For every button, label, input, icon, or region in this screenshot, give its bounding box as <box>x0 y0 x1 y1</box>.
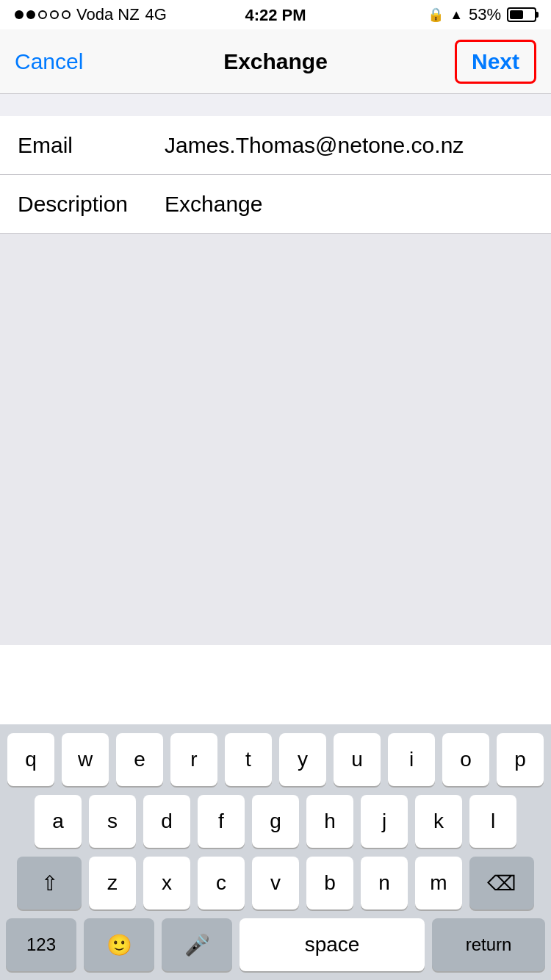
email-value: James.Thomas@netone.co.nz <box>165 133 533 158</box>
key-q[interactable]: q <box>7 733 54 786</box>
email-row[interactable]: Email James.Thomas@netone.co.nz <box>0 116 551 175</box>
key-i[interactable]: i <box>388 733 435 786</box>
key-s[interactable]: s <box>89 795 136 848</box>
status-time: 4:22 PM <box>245 6 306 25</box>
key-g[interactable]: g <box>252 795 299 848</box>
keyboard-row-4: 123 🙂 🎤 space return <box>6 918 545 971</box>
lock-icon: 🔒 <box>428 7 444 23</box>
key-p[interactable]: p <box>497 733 544 786</box>
battery-icon <box>507 7 536 22</box>
network-label: 4G <box>145 5 167 24</box>
keyboard: q w e r t y u i o p a s d f g h j k l ⇧ … <box>0 724 551 980</box>
key-d[interactable]: d <box>143 795 190 848</box>
shift-key[interactable]: ⇧ <box>17 857 82 909</box>
battery-fill <box>510 10 523 19</box>
description-row[interactable]: Description Exchange <box>0 175 551 234</box>
key-z[interactable]: z <box>89 857 136 909</box>
key-f[interactable]: f <box>198 795 245 848</box>
signal-dot-5 <box>62 10 71 19</box>
signal-dot-2 <box>26 10 35 19</box>
form-spacer <box>0 94 551 116</box>
form-section: Email James.Thomas@netone.co.nz Descript… <box>0 116 551 234</box>
key-e[interactable]: e <box>116 733 163 786</box>
signal-dots <box>15 10 71 19</box>
key-t[interactable]: t <box>225 733 272 786</box>
carrier-label: Voda NZ <box>76 5 140 24</box>
key-b[interactable]: b <box>306 857 353 909</box>
keyboard-row-1: q w e r t y u i o p <box>6 733 545 786</box>
key-y[interactable]: y <box>279 733 326 786</box>
space-key[interactable]: space <box>240 918 425 971</box>
key-c[interactable]: c <box>198 857 245 909</box>
emoji-key[interactable]: 🙂 <box>84 918 154 971</box>
description-label: Description <box>18 192 165 217</box>
status-right: 🔒 ▲ 53% <box>428 5 536 24</box>
key-k[interactable]: k <box>415 795 462 848</box>
keyboard-row-2: a s d f g h j k l <box>6 795 545 848</box>
location-icon: ▲ <box>450 7 463 23</box>
numbers-key[interactable]: 123 <box>6 918 76 971</box>
key-l[interactable]: l <box>469 795 516 848</box>
return-key[interactable]: return <box>432 918 545 971</box>
cancel-button[interactable]: Cancel <box>15 49 83 74</box>
mic-key[interactable]: 🎤 <box>162 918 232 971</box>
key-a[interactable]: a <box>35 795 82 848</box>
email-label: Email <box>18 133 165 158</box>
key-r[interactable]: r <box>170 733 217 786</box>
key-m[interactable]: m <box>415 857 462 909</box>
key-w[interactable]: w <box>62 733 109 786</box>
status-left: Voda NZ 4G <box>15 5 167 24</box>
page-title: Exchange <box>223 49 328 74</box>
key-v[interactable]: v <box>252 857 299 909</box>
nav-bar: Cancel Exchange Next <box>0 29 551 94</box>
battery-percentage: 53% <box>469 5 501 24</box>
key-x[interactable]: x <box>143 857 190 909</box>
key-o[interactable]: o <box>442 733 489 786</box>
signal-dot-3 <box>38 10 47 19</box>
description-value: Exchange <box>165 192 533 217</box>
keyboard-row-3: ⇧ z x c v b n m ⌫ <box>6 857 545 909</box>
key-h[interactable]: h <box>306 795 353 848</box>
status-bar: Voda NZ 4G 4:22 PM 🔒 ▲ 53% <box>0 0 551 29</box>
signal-dot-1 <box>15 10 24 19</box>
backspace-key[interactable]: ⌫ <box>469 857 534 909</box>
key-j[interactable]: j <box>361 795 408 848</box>
signal-dot-4 <box>50 10 59 19</box>
next-button[interactable]: Next <box>455 40 536 84</box>
key-u[interactable]: u <box>334 733 381 786</box>
content-area <box>0 234 551 645</box>
key-n[interactable]: n <box>361 857 408 909</box>
